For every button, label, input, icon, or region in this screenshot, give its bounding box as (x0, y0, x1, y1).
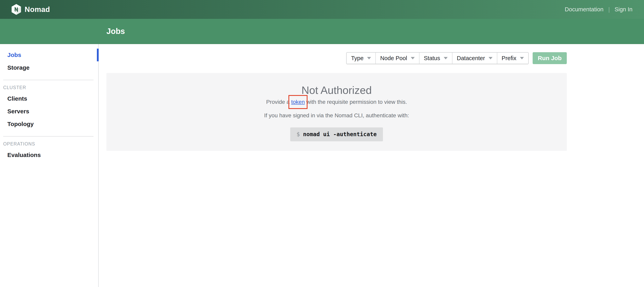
sidebar-item-label: Jobs (7, 52, 21, 58)
chevron-down-icon (367, 57, 371, 59)
code-command: nomad ui -authenticate (303, 130, 376, 138)
filter-prefix-dropdown[interactable]: Prefix (497, 52, 528, 64)
filter-label: Prefix (502, 55, 516, 62)
filter-node-pool-dropdown[interactable]: Node Pool (376, 52, 419, 64)
documentation-link[interactable]: Documentation (565, 6, 604, 13)
body: Jobs Storage CLUSTER Clients Servers Top… (0, 44, 644, 287)
filter-type-dropdown[interactable]: Type (346, 52, 376, 64)
chevron-down-icon (488, 57, 492, 59)
filter-label: Datacenter (457, 55, 485, 62)
sidebar-item-clients[interactable]: Clients (0, 92, 98, 105)
sidebar-item-label: Clients (7, 95, 27, 102)
filter-status-dropdown[interactable]: Status (420, 52, 452, 64)
run-job-button[interactable]: Run Job (533, 52, 567, 64)
sidebar-item-evaluations[interactable]: Evaluations (0, 149, 98, 161)
sidebar-divider (3, 80, 94, 80)
sign-in-link[interactable]: Sign In (614, 6, 632, 13)
brand-name: Nomad (24, 5, 50, 14)
topbar: Nomad Documentation | Sign In (0, 0, 644, 19)
sidebar-divider (3, 136, 94, 136)
code-prompt: $ (296, 130, 300, 138)
filter-label: Status (424, 55, 440, 62)
authenticate-code-block: $ nomad ui -authenticate (290, 128, 383, 141)
sidebar: Jobs Storage CLUSTER Clients Servers Top… (0, 44, 99, 287)
not-authorized-panel: Not Authorized Provide a token with the … (106, 73, 567, 151)
chevron-down-icon (444, 57, 448, 59)
sidebar-item-servers[interactable]: Servers (0, 105, 98, 118)
nomad-brand-link[interactable]: Nomad (12, 4, 50, 15)
topbar-links: Documentation | Sign In (565, 6, 632, 13)
message-prefix: Provide a (266, 99, 291, 105)
chevron-down-icon (520, 57, 524, 59)
chevron-down-icon (411, 57, 415, 59)
page-title: Jobs (106, 27, 125, 36)
filter-label: Type (351, 55, 364, 62)
token-link-wrap: token (291, 98, 305, 106)
sidebar-item-label: Servers (7, 108, 29, 115)
sidebar-item-label: Topology (7, 121, 34, 128)
sidebar-item-label: Storage (7, 64, 30, 71)
nomad-cube-icon (12, 4, 21, 15)
cli-message: If you have signed in via the Nomad CLI,… (106, 111, 567, 120)
token-message: Provide a token with the requisite permi… (106, 98, 567, 106)
jobs-toolbar: Type Node Pool Status Datacenter Prefix (346, 52, 567, 64)
sidebar-item-topology[interactable]: Topology (0, 118, 98, 130)
topbar-separator: | (608, 6, 610, 13)
subheader: Jobs (0, 19, 644, 44)
sidebar-item-label: Evaluations (7, 152, 41, 158)
sidebar-item-jobs[interactable]: Jobs (0, 49, 98, 61)
sidebar-item-storage[interactable]: Storage (0, 61, 98, 74)
not-authorized-title: Not Authorized (106, 82, 567, 98)
filter-label: Node Pool (380, 55, 407, 62)
main-content: Type Node Pool Status Datacenter Prefix (99, 44, 644, 287)
filter-datacenter-dropdown[interactable]: Datacenter (452, 52, 497, 64)
filter-dropdown-group: Type Node Pool Status Datacenter Prefix (346, 52, 529, 64)
message-suffix: with the requisite permission to view th… (305, 99, 407, 105)
token-link[interactable]: token (291, 99, 305, 105)
sidebar-section-cluster: CLUSTER (0, 85, 98, 90)
sidebar-section-operations: OPERATIONS (0, 141, 98, 147)
active-indicator (97, 49, 99, 61)
